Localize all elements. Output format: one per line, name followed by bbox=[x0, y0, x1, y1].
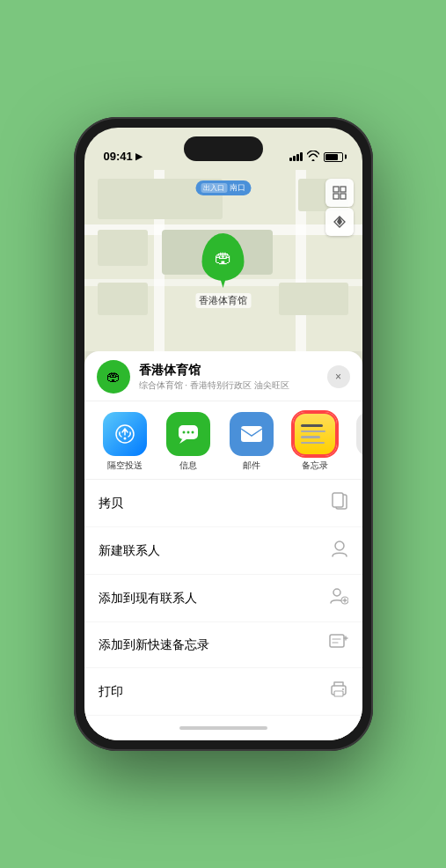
more-icon bbox=[356, 412, 362, 456]
home-indicator bbox=[84, 716, 362, 740]
copy-icon bbox=[331, 491, 348, 515]
add-note-icon bbox=[329, 634, 348, 656]
location-label: 南口 bbox=[230, 182, 245, 194]
dynamic-island bbox=[184, 136, 263, 161]
share-item-notes[interactable]: 备忘录 bbox=[287, 412, 343, 472]
map-marker: 🏟 香港体育馆 bbox=[195, 233, 251, 308]
map-controls bbox=[325, 179, 354, 236]
action-new-contact[interactable]: 新建联系人 bbox=[84, 527, 362, 575]
svg-point-15 bbox=[333, 589, 340, 596]
svg-rect-17 bbox=[330, 635, 344, 647]
share-item-more[interactable]: 推 bbox=[350, 412, 362, 472]
svg-rect-13 bbox=[333, 493, 343, 507]
svg-rect-0 bbox=[333, 187, 339, 192]
add-contact-icon bbox=[329, 586, 348, 610]
new-contact-label: 新建联系人 bbox=[99, 543, 160, 559]
phone-screen: 09:41 ▶ bbox=[84, 128, 362, 740]
airdrop-icon bbox=[103, 412, 147, 456]
bottom-sheet: 🏟 香港体育馆 综合体育馆 · 香港特别行政区 油尖旺区 × bbox=[84, 351, 362, 740]
location-button[interactable] bbox=[325, 208, 354, 236]
location-info: 香港体育馆 综合体育馆 · 香港特别行政区 油尖旺区 bbox=[139, 363, 318, 392]
location-arrow-icon: ▶ bbox=[135, 151, 143, 161]
map-area[interactable]: 出入口 南口 bbox=[84, 170, 362, 351]
status-icons bbox=[289, 151, 343, 163]
action-copy[interactable]: 拷贝 bbox=[84, 480, 362, 527]
phone-frame: 09:41 ▶ bbox=[74, 117, 373, 751]
svg-point-5 bbox=[123, 438, 126, 440]
svg-point-14 bbox=[335, 541, 344, 550]
wifi-icon bbox=[307, 151, 319, 163]
location-header: 🏟 香港体育馆 综合体育馆 · 香港特别行政区 油尖旺区 × bbox=[84, 351, 362, 401]
svg-rect-11 bbox=[241, 426, 262, 442]
airdrop-label: 隔空投送 bbox=[107, 460, 143, 472]
share-row: 隔空投送 信息 bbox=[84, 401, 362, 479]
action-list: 拷贝 新建联系人 bbox=[84, 479, 362, 716]
copy-label: 拷贝 bbox=[99, 496, 123, 511]
battery-icon bbox=[324, 152, 343, 162]
add-contact-label: 添加到现有联系人 bbox=[99, 591, 197, 607]
action-add-contact[interactable]: 添加到现有联系人 bbox=[84, 575, 362, 622]
map-view-button[interactable] bbox=[325, 179, 354, 207]
mail-icon bbox=[230, 412, 274, 456]
marker-label: 香港体育馆 bbox=[195, 293, 251, 308]
time-display: 09:41 bbox=[104, 150, 133, 163]
notes-label: 备忘录 bbox=[302, 460, 328, 472]
marker-pin: 🏟 bbox=[202, 233, 245, 281]
share-item-mail[interactable]: 邮件 bbox=[223, 412, 280, 472]
mail-label: 邮件 bbox=[243, 460, 260, 472]
close-button[interactable]: × bbox=[327, 365, 350, 388]
share-item-airdrop[interactable]: 隔空投送 bbox=[97, 412, 153, 472]
venue-name: 香港体育馆 bbox=[139, 363, 318, 379]
status-time: 09:41 ▶ bbox=[104, 150, 143, 163]
svg-point-10 bbox=[191, 431, 194, 434]
print-icon bbox=[329, 680, 348, 703]
share-item-messages[interactable]: 信息 bbox=[160, 412, 216, 472]
home-bar bbox=[179, 726, 267, 730]
signal-icon bbox=[289, 152, 303, 161]
location-tag: 出入口 南口 bbox=[195, 180, 251, 195]
svg-point-20 bbox=[342, 688, 344, 690]
stadium-icon: 🏟 bbox=[215, 247, 232, 268]
messages-label: 信息 bbox=[179, 460, 197, 472]
svg-point-8 bbox=[182, 431, 185, 434]
print-label: 打印 bbox=[99, 684, 123, 700]
new-contact-icon bbox=[331, 539, 348, 563]
action-add-note[interactable]: 添加到新快速备忘录 bbox=[84, 622, 362, 668]
notes-icon bbox=[293, 412, 337, 456]
venue-description: 综合体育馆 · 香港特别行政区 油尖旺区 bbox=[139, 379, 318, 392]
svg-rect-1 bbox=[340, 187, 346, 192]
messages-icon bbox=[166, 412, 210, 456]
svg-rect-19 bbox=[334, 691, 343, 696]
svg-marker-7 bbox=[179, 439, 186, 444]
svg-point-9 bbox=[186, 431, 189, 434]
location-venue-icon: 🏟 bbox=[97, 360, 130, 394]
svg-rect-2 bbox=[333, 194, 339, 199]
add-note-label: 添加到新快速备忘录 bbox=[99, 637, 209, 653]
svg-rect-3 bbox=[340, 194, 346, 199]
action-print[interactable]: 打印 bbox=[84, 668, 362, 716]
